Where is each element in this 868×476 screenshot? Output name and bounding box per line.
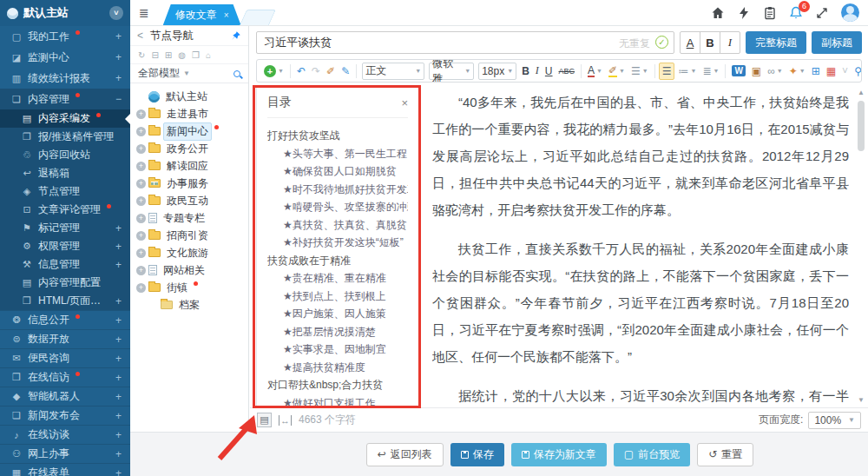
sidebar-item-permission-management[interactable]: ⚙ 权限管理 + [0,237,130,255]
scrollbar-thumb[interactable] [858,101,865,151]
user-avatar[interactable] [841,3,859,22]
toc-item[interactable]: 对口帮扶&nbsp;合力扶贫 [267,376,408,394]
toc-item[interactable]: ★真扶贫、扶真贫、真脱贫 [267,216,408,235]
toc-item[interactable]: ★扶到点上、扶到根上 [267,288,408,306]
sidebar-item-comment-management[interactable]: ⊡ 文章评论管理 [0,201,130,219]
scroll-up-icon[interactable]: ▲ [857,89,865,96]
subtitle-button[interactable]: 副标题 [812,31,862,54]
link-icon[interactable]: ∞ ▼ [765,63,786,80]
tree-expand-toggle[interactable]: + [136,231,146,241]
strikethrough-icon[interactable]: ABC ▼ [556,63,578,80]
sidebar-item-press-conference[interactable]: ❏ 新闻发布会 + [0,406,130,425]
tree-expand-toggle[interactable]: + [136,162,146,171]
pin-icon[interactable] [230,30,241,42]
tree-expand-toggle[interactable]: + [136,196,146,206]
toc-item[interactable]: 打好扶贫攻坚战 [267,127,408,145]
tree-node-label[interactable]: 网站相关 [160,261,208,280]
home-icon[interactable]: ⌂ [206,50,211,60]
tree-node-label[interactable]: 解读回应 [163,157,212,175]
refresh-icon[interactable]: ↻ [138,50,145,60]
font-family-select[interactable]: 微软雅 ▼ [429,63,474,80]
sidebar-item-rejected-box[interactable]: ↩ 退稿箱 [0,164,130,182]
sidebar-item-open-data[interactable]: ⊜ 数据开放 + [0,329,130,348]
sidebar-item-recycle-bin[interactable]: ♲ 内容回收站 [0,146,130,164]
collapse-sidebar-icon[interactable]: ≣ [139,6,149,20]
back-chevron-icon[interactable]: < [137,30,143,42]
magic-icon[interactable]: ✦ ▼ [786,63,808,80]
reset-button[interactable]: ↺ 重置 [697,443,753,466]
sidebar-item-content-config[interactable]: ▤ 内容管理配置 [0,274,130,292]
sidebar-item-online-forms[interactable]: ▦ 在线表单 + [0,463,130,476]
sidebar-item-html-cache[interactable]: ❒ HTML/页面缓存生成 + [0,292,130,310]
sidebar-item-tag-management[interactable]: ⚑ 标记管理 + [0,219,130,237]
indent-icon[interactable]: ☰ ▼ [659,63,675,80]
tree-expand-toggle[interactable]: + [136,283,146,293]
tree-expand-toggle[interactable]: + [136,248,146,258]
save-button[interactable]: 保存 [450,443,504,466]
site-switcher[interactable]: 默认主站 ˅ [0,0,130,26]
format-brush-icon[interactable]: ✐ ▼ [324,63,338,80]
sidebar-item-monitor-center[interactable]: ◪ 监测中心 + [0,47,130,68]
chevron-down-icon[interactable]: ˅ [109,6,123,20]
toc-item[interactable]: ★把基层情况摸清楚 [267,323,408,341]
tree-node[interactable]: + 档案 [136,296,248,314]
tree-node[interactable]: + 网站相关 [136,261,248,279]
sidebar-item-my-work[interactable]: ▢ 我的工作 + [0,26,130,47]
toc-item[interactable]: ★实事求是、因地制宜 [267,340,408,359]
insert-icon[interactable]: + ▼ [261,63,286,80]
preview-icon[interactable]: ⚲ ▼ [852,63,862,80]
page-width-select[interactable]: 100% ▼ [808,412,861,429]
sidebar-item-content-editing[interactable]: ▤ 内容采编发 [0,109,130,128]
tree-expand-toggle[interactable]: + [136,127,146,136]
font-size-select[interactable]: 18px ▼ [478,63,516,80]
tree-node-label[interactable]: 走进县市 [163,105,212,123]
title-color-button[interactable]: A [680,31,700,54]
expand-all-icon[interactable]: ⊞ [165,50,172,60]
tree-node[interactable]: + 走进县市 [136,105,248,122]
tree-node-label[interactable]: 默认主站 [162,88,211,106]
toc-item[interactable]: ★头等大事、第一民生工程 [267,145,408,163]
collapse-all-icon[interactable]: ⊟ [151,50,158,60]
sidebar-item-info-disclosure[interactable]: ❂ 信息公开 + [0,310,130,329]
tree-node[interactable]: + 专题专栏 [136,209,248,227]
seal-icon[interactable]: ▦ ▼ [824,63,838,80]
tree-node-label[interactable]: 招商引资 [163,227,212,245]
article-title-input[interactable] [256,31,674,54]
paragraph-format-select[interactable]: 正文 ▼ [362,63,424,80]
save-as-new-button[interactable]: 保存为新文章 [511,443,607,466]
italic-icon[interactable]: I ▼ [533,63,542,80]
back-to-list-button[interactable]: ↩ 返回列表 [366,443,444,466]
align-icon[interactable]: ☰ ▼ [628,63,651,80]
toc-item[interactable]: ★提高扶贫精准度 [267,359,408,377]
eraser-icon[interactable]: ✎ ▼ [339,63,352,80]
model-filter-select[interactable]: 全部模型 [138,66,180,81]
toc-item[interactable]: ★贵在精准、重在精准 [267,269,408,288]
tree-node[interactable]: + 街镇 [136,279,248,296]
highlight-color-icon[interactable]: ✐ ▼ [606,63,628,80]
title-bold-button[interactable]: B [700,31,720,54]
front-preview-button[interactable]: ▢ 前台预览 [614,443,690,466]
sidebar-item-push-manuscripts[interactable]: ❐ 报/推送稿件管理 [0,128,130,146]
unordered-list-icon[interactable]: ≣ ▼ [700,63,721,80]
tree-node-label[interactable]: 政务公开 [163,140,212,158]
sidebar-item-node-management[interactable]: ◈ 节点管理 [0,182,130,201]
table-icon[interactable]: ⊞ ▼ [809,63,823,80]
sidebar-item-online-petition[interactable]: ❒ 在线信访 + [0,367,130,387]
site-icon[interactable]: ◍ [178,50,186,60]
sidebar-item-info-management[interactable]: ⚒ 信息管理 + [0,255,130,274]
toc-item[interactable]: ★确保贫困人口如期脱贫 [267,162,408,181]
quick-action-icon[interactable] [737,6,751,20]
tree-node-label[interactable]: 档案 [175,296,203,314]
tree-node[interactable]: + 政务公开 [136,140,248,157]
paste-icon[interactable]: ▣ ▼ [749,63,764,80]
word-import-icon[interactable]: W ▼ [729,63,747,80]
sidebar-item-content-management[interactable]: ❏ 内容管理 − [0,89,130,109]
tree-node-selected[interactable]: + 新闻中心 [136,122,248,140]
expand-icon[interactable] [815,6,829,20]
tree-expand-toggle[interactable]: + [136,266,146,275]
editor-scrollbar[interactable]: ▲ ▼ [857,89,865,404]
bold-icon[interactable]: B ▼ [519,63,532,80]
toc-item[interactable]: ★啃硬骨头、攻坚拔寨的冲刺期 [267,198,408,216]
tree-node-root[interactable]: + 默认主站 [136,88,248,105]
sidebar-item-consultation[interactable]: ✉ 便民咨询 + [0,348,130,367]
